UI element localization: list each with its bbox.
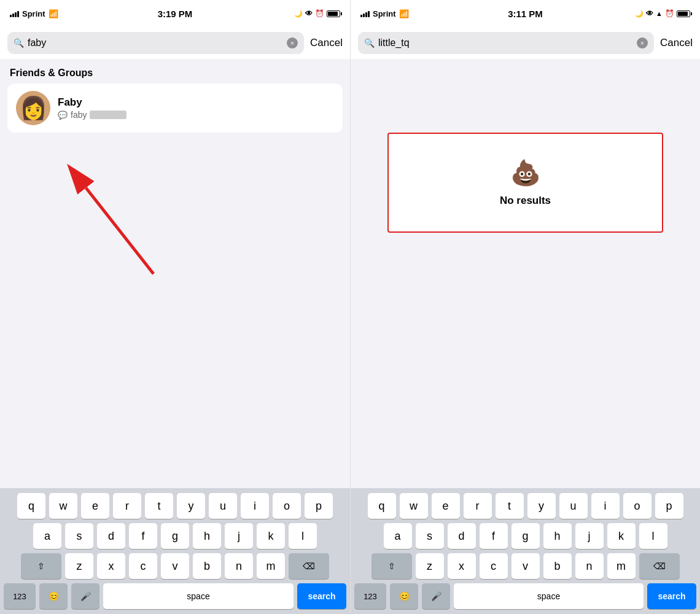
key-q-left[interactable]: q [17, 493, 45, 519]
key-q-right[interactable]: q [368, 493, 396, 519]
chat-icon-left: 💬 [58, 111, 68, 120]
key-e-right[interactable]: e [432, 493, 460, 519]
key-p-left[interactable]: p [305, 493, 333, 519]
key-u-right[interactable]: u [559, 493, 588, 519]
key-y-right[interactable]: y [527, 493, 556, 519]
avatar-left: 👩 [16, 91, 50, 125]
key-d-right[interactable]: d [448, 523, 476, 549]
key-z-right[interactable]: z [416, 553, 444, 579]
key-o-left[interactable]: o [273, 493, 301, 519]
key-f-left[interactable]: f [129, 523, 157, 549]
key-i-right[interactable]: i [591, 493, 620, 519]
signal-bars [10, 10, 19, 17]
search-field-left[interactable]: faby [28, 37, 283, 49]
search-clear-right[interactable]: × [637, 37, 648, 49]
key-z-left[interactable]: z [65, 553, 93, 579]
key-space-left[interactable]: space [103, 583, 294, 609]
location-icon-right: ▲ [656, 10, 663, 17]
key-n-left[interactable]: n [225, 553, 253, 579]
key-search-right[interactable]: search [647, 583, 696, 609]
key-l-left[interactable]: l [289, 523, 317, 549]
cancel-button-left[interactable]: Cancel [310, 37, 343, 49]
key-s-left[interactable]: s [65, 523, 93, 549]
key-t-left[interactable]: t [145, 493, 173, 519]
user-name-left: Faby [58, 96, 334, 109]
key-f-right[interactable]: f [480, 523, 508, 549]
svg-line-1 [86, 188, 154, 274]
result-card-left[interactable]: 👩 Faby 💬 faby _______ [7, 84, 343, 133]
key-a-right[interactable]: a [384, 523, 412, 549]
key-v-right[interactable]: v [511, 553, 540, 579]
key-e-left[interactable]: e [81, 493, 109, 519]
content-area-right: 💩 No results [351, 59, 700, 488]
key-shift-right[interactable]: ⇧ [371, 553, 412, 579]
key-w-right[interactable]: w [400, 493, 428, 519]
key-k-right[interactable]: k [607, 523, 636, 549]
key-s-right[interactable]: s [416, 523, 444, 549]
wifi-icon: 📶 [49, 9, 58, 18]
cancel-button-right[interactable]: Cancel [660, 37, 693, 49]
key-x-left[interactable]: x [97, 553, 125, 579]
key-numbers-left[interactable]: 123 [4, 583, 36, 609]
key-delete-left[interactable]: ⌫ [289, 553, 329, 579]
key-g-left[interactable]: g [161, 523, 189, 549]
key-g-right[interactable]: g [511, 523, 540, 549]
moon-icon-right: 🌙 [635, 10, 644, 18]
key-h-left[interactable]: h [193, 523, 221, 549]
key-m-left[interactable]: m [257, 553, 285, 579]
eye-icon-right: 👁 [646, 9, 653, 18]
carrier-right: Sprint [373, 9, 396, 18]
key-o-right[interactable]: o [623, 493, 651, 519]
key-n-right[interactable]: n [575, 553, 604, 579]
key-r-right[interactable]: r [464, 493, 492, 519]
key-y-left[interactable]: y [177, 493, 205, 519]
key-m-right[interactable]: m [607, 553, 636, 579]
search-input-wrapper-left[interactable]: 🔍 faby × [7, 32, 304, 54]
search-input-wrapper-right[interactable]: 🔍 little_tq × [358, 32, 654, 54]
key-c-left[interactable]: c [129, 553, 157, 579]
key-t-right[interactable]: t [496, 493, 524, 519]
key-c-right[interactable]: c [480, 553, 508, 579]
user-info-left: Faby 💬 faby _______ [58, 96, 334, 120]
key-mic-right[interactable]: 🎤 [422, 583, 450, 609]
key-l-right[interactable]: l [639, 523, 667, 549]
key-j-left[interactable]: j [225, 523, 253, 549]
key-b-left[interactable]: b [193, 553, 221, 579]
key-b-right[interactable]: b [543, 553, 572, 579]
right-screen: Sprint 📶 3:11 PM 🌙 👁 ▲ ⏰ 🔍 little_tq × C… [350, 0, 700, 614]
handle-blurred-left: _______ [90, 111, 126, 119]
arrow-annotation [61, 157, 184, 280]
battery-icon-left [327, 10, 340, 17]
key-r-left[interactable]: r [113, 493, 141, 519]
key-a-left[interactable]: a [33, 523, 61, 549]
key-h-right[interactable]: h [543, 523, 572, 549]
key-i-left[interactable]: i [241, 493, 269, 519]
keyboard-right: q w e r t y u i o p a s d f g h j k l ⇧ … [351, 488, 700, 614]
key-x-right[interactable]: x [448, 553, 476, 579]
key-row-1-right: q w e r t y u i o p [352, 493, 698, 519]
key-j-right[interactable]: j [575, 523, 604, 549]
time-left: 3:19 PM [158, 9, 193, 19]
key-shift-left[interactable]: ⇧ [21, 553, 61, 579]
key-space-right[interactable]: space [454, 583, 644, 609]
handle-prefix-left: faby [71, 110, 87, 120]
key-p-right[interactable]: p [655, 493, 683, 519]
key-emoji-left[interactable]: 😊 [39, 583, 68, 609]
key-mic-left[interactable]: 🎤 [71, 583, 99, 609]
key-search-left[interactable]: search [297, 583, 346, 609]
key-k-left[interactable]: k [257, 523, 285, 549]
wifi-icon-right: 📶 [399, 9, 409, 18]
no-results-text: No results [500, 195, 551, 207]
key-delete-right[interactable]: ⌫ [639, 553, 680, 579]
key-emoji-right[interactable]: 😊 [390, 583, 418, 609]
key-v-left[interactable]: v [161, 553, 189, 579]
search-area-right: 🔍 little_tq × Cancel [351, 27, 700, 59]
key-d-left[interactable]: d [97, 523, 125, 549]
search-clear-left[interactable]: × [287, 37, 298, 49]
search-field-right[interactable]: little_tq [378, 37, 633, 49]
section-title-left: Friends & Groups [0, 59, 350, 84]
key-u-left[interactable]: u [209, 493, 237, 519]
key-w-left[interactable]: w [49, 493, 77, 519]
search-magnifier-left: 🔍 [14, 38, 24, 48]
key-numbers-right[interactable]: 123 [354, 583, 386, 609]
